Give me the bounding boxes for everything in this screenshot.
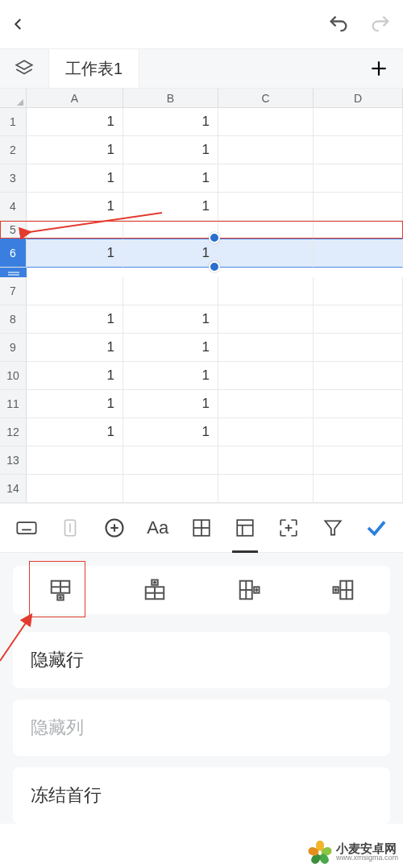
autofit-button[interactable] (271, 510, 306, 546)
cell[interactable] (218, 136, 314, 164)
col-header-a[interactable]: A (27, 89, 123, 108)
row-header[interactable]: 3 (0, 164, 27, 193)
cell[interactable]: 1 (123, 418, 218, 446)
text-cursor-button[interactable] (52, 510, 88, 546)
table-row[interactable]: 1 1 1 (0, 108, 403, 136)
cell[interactable] (314, 390, 403, 418)
freeze-first-row-option[interactable]: 冻结首行 (13, 767, 390, 824)
table-row[interactable]: 12 1 1 (0, 418, 403, 446)
cell[interactable] (314, 108, 403, 136)
row-drag-handle[interactable] (0, 268, 27, 277)
cell[interactable]: 1 (27, 390, 123, 418)
cell[interactable]: 1 (123, 239, 218, 268)
borders-button[interactable] (184, 510, 219, 546)
row-header[interactable]: 1 (0, 108, 27, 136)
cell[interactable] (123, 446, 218, 475)
table-row[interactable]: 8 1 1 (0, 305, 403, 334)
row-header[interactable]: 8 (0, 305, 27, 334)
confirm-button[interactable] (359, 510, 394, 546)
cell[interactable]: 1 (123, 136, 218, 164)
filter-button[interactable] (315, 510, 351, 546)
insert-row-above-tab[interactable] (107, 566, 202, 614)
cell[interactable] (314, 164, 403, 193)
cell[interactable] (314, 362, 403, 390)
table-row[interactable]: 13 (0, 446, 403, 475)
hide-row-option[interactable]: 隐藏行 (13, 632, 390, 688)
cell[interactable] (218, 305, 314, 334)
cell[interactable] (314, 193, 403, 221)
cell[interactable] (218, 418, 314, 446)
cell[interactable]: 1 (123, 334, 218, 362)
cell[interactable]: 1 (27, 108, 123, 136)
cell[interactable] (218, 475, 314, 503)
cell[interactable] (314, 446, 403, 475)
selection-handle-top[interactable] (209, 232, 220, 243)
table-row[interactable]: 10 1 1 (0, 362, 403, 390)
cell[interactable] (218, 334, 314, 362)
col-header-b[interactable]: B (123, 89, 218, 108)
table-row-selected[interactable]: 6 1 1 (0, 239, 403, 268)
select-all-corner[interactable] (0, 89, 27, 108)
cell[interactable]: 1 (123, 193, 218, 221)
sheet-tab-1[interactable]: 工作表1 (48, 49, 139, 88)
cell[interactable]: 1 (27, 193, 123, 221)
row-header[interactable]: 6 (0, 239, 27, 268)
cell[interactable]: 1 (27, 418, 123, 446)
cell[interactable] (123, 277, 218, 305)
cell[interactable]: 1 (123, 390, 218, 418)
selection-handle-bottom[interactable] (209, 261, 220, 272)
spreadsheet-grid[interactable]: A B C D 1 1 1 2 1 1 3 1 1 4 (0, 89, 403, 503)
cell[interactable]: 1 (27, 334, 123, 362)
cell[interactable]: 1 (123, 362, 218, 390)
row-header[interactable]: 5 (0, 221, 27, 239)
table-ops-button[interactable] (227, 510, 263, 546)
cell[interactable] (218, 239, 314, 268)
cell[interactable]: 1 (123, 164, 218, 193)
cell[interactable] (218, 108, 314, 136)
row-header[interactable]: 2 (0, 136, 27, 164)
cell[interactable] (27, 475, 123, 503)
cell[interactable] (218, 362, 314, 390)
cell[interactable]: 1 (27, 362, 123, 390)
table-row[interactable]: 5 (0, 221, 403, 239)
cell[interactable] (27, 446, 123, 475)
cell[interactable] (27, 221, 123, 239)
table-row[interactable]: 2 1 1 (0, 136, 403, 164)
cell[interactable] (314, 418, 403, 446)
row-header[interactable]: 7 (0, 277, 27, 305)
cell[interactable] (314, 136, 403, 164)
cell[interactable] (218, 193, 314, 221)
cell[interactable]: 1 (27, 239, 123, 268)
cell[interactable]: 1 (123, 305, 218, 334)
insert-button[interactable] (97, 510, 132, 546)
table-row[interactable]: 11 1 1 (0, 390, 403, 418)
row-header[interactable]: 9 (0, 334, 27, 362)
cell[interactable] (218, 277, 314, 305)
table-row[interactable]: 4 1 1 (0, 193, 403, 221)
row-header[interactable]: 10 (0, 362, 27, 390)
insert-row-below-tab[interactable] (13, 566, 107, 614)
cell[interactable] (314, 221, 403, 239)
insert-col-left-tab[interactable] (296, 566, 390, 614)
row-header[interactable]: 11 (0, 390, 27, 418)
cell[interactable] (314, 239, 403, 268)
cell[interactable]: 1 (27, 136, 123, 164)
cell[interactable] (218, 390, 314, 418)
cell[interactable]: 1 (123, 108, 218, 136)
sheets-list-button[interactable] (0, 49, 48, 88)
cell[interactable] (27, 277, 123, 305)
cell[interactable] (123, 221, 218, 239)
row-header[interactable]: 14 (0, 475, 27, 503)
col-header-d[interactable]: D (314, 89, 403, 108)
table-row[interactable]: 7 (0, 277, 403, 305)
cell[interactable] (314, 305, 403, 334)
column-headers[interactable]: A B C D (27, 89, 403, 108)
cell[interactable] (314, 334, 403, 362)
col-header-c[interactable]: C (218, 89, 314, 108)
back-icon[interactable] (11, 17, 26, 31)
insert-col-right-tab[interactable] (202, 566, 296, 614)
cell[interactable] (314, 475, 403, 503)
table-row[interactable]: 3 1 1 (0, 164, 403, 193)
undo-icon[interactable] (327, 13, 350, 35)
cell[interactable] (123, 475, 218, 503)
